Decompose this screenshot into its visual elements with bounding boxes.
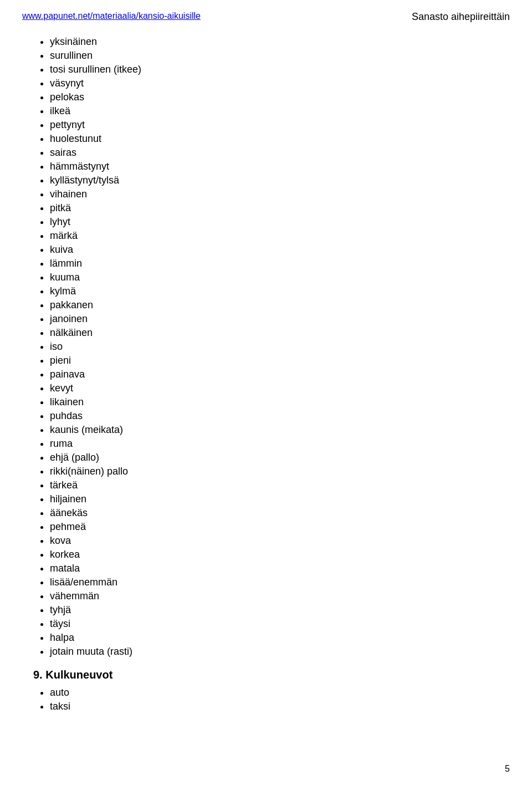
list-item: märkä: [50, 230, 510, 242]
list-item: ruma: [50, 438, 510, 450]
list-item: kova: [50, 535, 510, 547]
list-item: lämmin: [50, 258, 510, 269]
list-item: tyhjä: [50, 604, 510, 616]
list-item: äänekäs: [50, 507, 510, 519]
list-item: kuiva: [50, 244, 510, 256]
list-item: iso: [50, 341, 510, 353]
list-item: likainen: [50, 396, 510, 408]
list-item: lyhyt: [50, 216, 510, 228]
list-item: pelokas: [50, 91, 510, 103]
list-item: painava: [50, 369, 510, 380]
section-word-list: autotaksi: [33, 687, 510, 712]
page-number: 5: [505, 764, 510, 774]
list-item: tosi surullinen (itkee): [50, 64, 510, 75]
list-item: väsynyt: [50, 78, 510, 89]
list-item: vähemmän: [50, 590, 510, 602]
list-item: puhdas: [50, 410, 510, 422]
list-item: halpa: [50, 632, 510, 644]
list-item: kyllästynyt/tylsä: [50, 175, 510, 186]
list-item: hämmästynyt: [50, 161, 510, 172]
list-item: pitkä: [50, 202, 510, 214]
list-item: korkea: [50, 549, 510, 560]
page-title: Sanasto aihepiireittäin: [412, 11, 510, 23]
list-item: sairas: [50, 147, 510, 159]
list-item: nälkäinen: [50, 327, 510, 339]
list-item: kylmä: [50, 286, 510, 297]
page-header: www.papunet.net/materiaalia/kansio-aikui…: [22, 11, 510, 23]
list-item: surullinen: [50, 50, 510, 62]
list-item: ilkeä: [50, 105, 510, 117]
list-item: pehmeä: [50, 521, 510, 533]
list-item: rikki(näinen) pallo: [50, 466, 510, 477]
list-item: yksinäinen: [50, 36, 510, 48]
list-item: auto: [50, 687, 510, 699]
word-list: yksinäinensurullinentosi surullinen (itk…: [33, 36, 510, 657]
list-item: lisää/enemmän: [50, 577, 510, 588]
main-content: yksinäinensurullinentosi surullinen (itk…: [22, 36, 510, 712]
list-item: pettynyt: [50, 119, 510, 131]
list-item: jotain muuta (rasti): [50, 646, 510, 657]
list-item: taksi: [50, 701, 510, 712]
list-item: kuuma: [50, 272, 510, 283]
list-item: kevyt: [50, 383, 510, 394]
list-item: huolestunut: [50, 133, 510, 145]
list-item: matala: [50, 563, 510, 574]
list-item: pieni: [50, 355, 510, 366]
list-item: hiljainen: [50, 493, 510, 505]
section-heading: 9. Kulkuneuvot: [33, 669, 510, 681]
list-item: ehjä (pallo): [50, 452, 510, 463]
list-item: tärkeä: [50, 480, 510, 491]
site-link[interactable]: www.papunet.net/materiaalia/kansio-aikui…: [22, 11, 201, 21]
list-item: vihainen: [50, 188, 510, 200]
list-item: kaunis (meikata): [50, 424, 510, 436]
list-item: täysi: [50, 618, 510, 630]
list-item: pakkanen: [50, 299, 510, 311]
list-item: janoinen: [50, 313, 510, 325]
